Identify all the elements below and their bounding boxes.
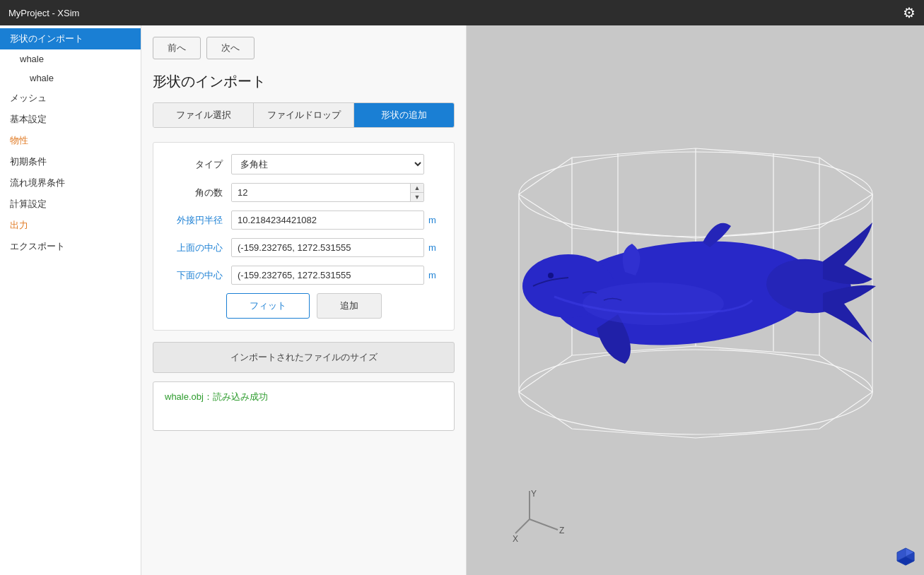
action-buttons: フィット 追加: [168, 293, 440, 319]
log-section: whale.obj：読み込み成功: [153, 381, 455, 431]
sidebar-label-export: エクスポート: [10, 241, 65, 251]
scene-container: Y X Z: [467, 25, 924, 575]
next-button[interactable]: 次へ: [206, 37, 255, 59]
fit-button[interactable]: フィット: [226, 293, 310, 319]
nav-buttons: 前へ 次へ: [153, 37, 455, 59]
form-section: タイプ 多角柱 円柱 直方体 球 角の数 ▲ ▼: [153, 142, 455, 331]
sidebar-item-shape-import[interactable]: 形状のインポート: [0, 28, 141, 49]
sidebar-item-mesh[interactable]: メッシュ: [0, 88, 141, 109]
sidebar-item-physics[interactable]: 物性: [0, 130, 141, 151]
sidebar-label-basic-settings: 基本設定: [10, 114, 47, 124]
top-center-input[interactable]: [231, 238, 424, 257]
sidebar-label-whale-1: whale: [20, 54, 44, 64]
sidebar-label-flow-boundary: 流れ境界条件: [10, 177, 65, 188]
content-panel: 前へ 次へ 形状のインポート ファイル選択 ファイルドロップ 形状の追加 タイプ…: [141, 25, 467, 575]
bottom-center-input[interactable]: [231, 266, 424, 285]
circumradius-row: 外接円半径 m: [168, 211, 440, 230]
sidebar-label-physics: 物性: [10, 135, 28, 146]
top-center-label: 上面の中心: [168, 242, 231, 254]
sidebar-label-initial-conditions: 初期条件: [10, 156, 47, 167]
sidebar-label-whale-2: whale: [30, 73, 54, 83]
spinner-down[interactable]: ▼: [411, 193, 423, 201]
circumradius-unit: m: [428, 215, 440, 225]
app-title: MyProject - XSim: [8, 8, 79, 18]
sidebar-item-output[interactable]: 出力: [0, 215, 141, 236]
gear-icon[interactable]: ⚙: [903, 4, 916, 21]
spinner-up[interactable]: ▲: [411, 184, 423, 193]
type-label: タイプ: [168, 158, 231, 171]
tab-file-select[interactable]: ファイル選択: [153, 103, 254, 127]
type-row: タイプ 多角柱 円柱 直方体 球: [168, 154, 440, 174]
y-axis-label: Y: [531, 489, 537, 499]
tab-bar: ファイル選択 ファイルドロップ 形状の追加: [153, 102, 455, 128]
circumradius-input[interactable]: [231, 211, 424, 230]
sidebar-label-output: 出力: [10, 220, 28, 230]
z-axis-label: Z: [559, 526, 564, 535]
sidebar-label-calc-settings: 計算設定: [10, 198, 47, 209]
corner-count-label: 角の数: [168, 186, 231, 199]
import-file-section: インポートされたファイルのサイズ: [153, 342, 455, 373]
type-select[interactable]: 多角柱 円柱 直方体 球: [231, 154, 424, 174]
sidebar-item-whale-1[interactable]: whale: [0, 49, 141, 69]
add-button[interactable]: 追加: [317, 293, 382, 319]
corner-count-row: 角の数 ▲ ▼: [168, 183, 440, 202]
sidebar-item-flow-boundary[interactable]: 流れ境界条件: [0, 172, 141, 194]
corner-count-spinner: ▲ ▼: [231, 183, 424, 202]
sidebar-label-mesh: メッシュ: [10, 93, 47, 103]
x-axis-label: X: [513, 534, 518, 544]
spinner-buttons: ▲ ▼: [410, 184, 423, 201]
bottom-center-unit: m: [428, 270, 440, 280]
top-center-row: 上面の中心 m: [168, 238, 440, 257]
navigation-cube[interactable]: [896, 547, 916, 567]
import-file-label: インポートされたファイルのサイズ: [230, 352, 378, 362]
titlebar: MyProject - XSim ⚙: [0, 0, 924, 25]
tab-file-drop[interactable]: ファイルドロップ: [254, 103, 354, 127]
bottom-center-row: 下面の中心 m: [168, 266, 440, 285]
main-layout: 形状のインポート whale whale メッシュ 基本設定 物性 初期条件 流…: [0, 25, 924, 575]
tab-shape-add[interactable]: 形状の追加: [354, 103, 454, 127]
sidebar: 形状のインポート whale whale メッシュ 基本設定 物性 初期条件 流…: [0, 25, 141, 575]
sidebar-item-initial-conditions[interactable]: 初期条件: [0, 151, 141, 172]
corner-count-input[interactable]: [232, 184, 410, 201]
circumradius-label: 外接円半径: [168, 214, 231, 227]
bottom-center-label: 下面の中心: [168, 269, 231, 282]
svg-point-16: [548, 273, 554, 278]
sidebar-label-shape-import: 形状のインポート: [10, 33, 83, 44]
sidebar-item-calc-settings[interactable]: 計算設定: [0, 194, 141, 215]
scene-svg: Y X Z: [476, 53, 915, 547]
top-center-unit: m: [428, 242, 440, 253]
sidebar-item-export[interactable]: エクスポート: [0, 236, 141, 257]
sidebar-item-basic-settings[interactable]: 基本設定: [0, 109, 141, 130]
svg-point-15: [583, 283, 724, 325]
sidebar-item-whale-2[interactable]: whale: [0, 69, 141, 88]
log-text: whale.obj：読み込み成功: [165, 391, 268, 402]
3d-viewport[interactable]: Y X Z: [467, 25, 924, 575]
prev-button[interactable]: 前へ: [153, 37, 201, 59]
section-title: 形状のインポート: [153, 72, 455, 91]
